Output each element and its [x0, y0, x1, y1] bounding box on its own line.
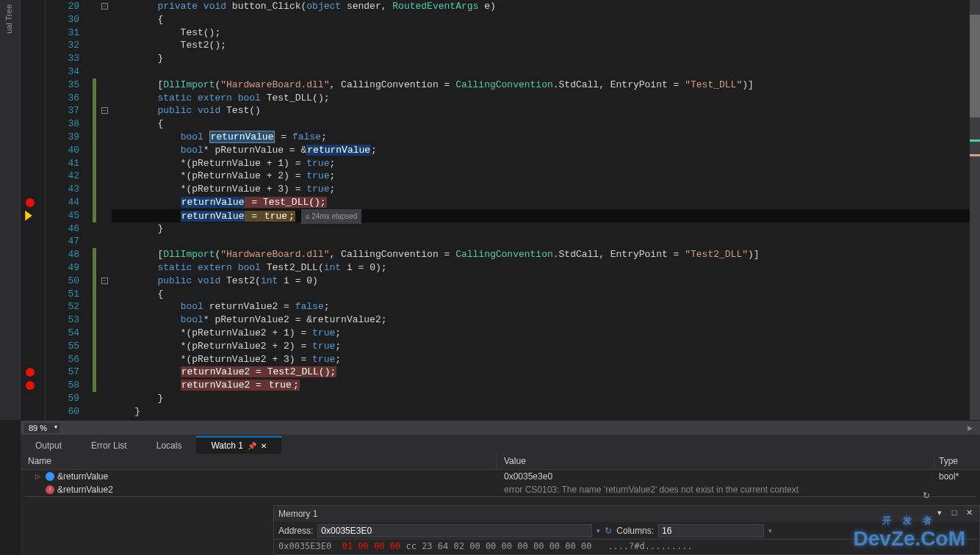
watch-value: 0x0035e3e0	[497, 471, 934, 482]
tab-output[interactable]: Output	[21, 438, 76, 454]
scroll-marker	[970, 154, 980, 156]
perf-tip[interactable]: ≤ 24ms elapsed	[301, 209, 362, 224]
reload-icon[interactable]: ↻	[605, 526, 612, 536]
variable-icon	[46, 472, 54, 481]
code-line[interactable]: {	[112, 117, 163, 131]
line-number-column: 29 30 31 32 33 34 35 36 37 38 39 40 41 4…	[46, 0, 93, 420]
memory-toolbar: Address: ▾ ↻ Columns: ▾	[274, 522, 979, 540]
code-line[interactable]: [DllImport("HardwareBoard.dll", CallingC…	[112, 248, 760, 261]
code-line[interactable]: Test();	[112, 26, 220, 40]
code-editor[interactable]: 29 30 31 32 33 34 35 36 37 38 39 40 41 4…	[21, 0, 980, 420]
watch-header-row: Name Value Type	[21, 454, 980, 470]
code-line[interactable]: *(pReturnValue2 + 2) = true;	[112, 340, 341, 353]
breakpoint-marker[interactable]	[26, 198, 35, 207]
breakpoint-marker[interactable]	[26, 368, 35, 377]
watch-header-name[interactable]: Name	[21, 454, 497, 469]
code-line[interactable]: returnValue2 = Test2_DLL();	[112, 366, 336, 379]
pin-icon[interactable]: 📌	[248, 442, 256, 450]
watch-header-type[interactable]: Type	[934, 454, 980, 469]
code-line[interactable]: *(pReturnValue + 1) = true;	[112, 157, 335, 170]
modified-line-marker	[93, 248, 96, 392]
expand-icon[interactable]: ▷	[35, 473, 43, 480]
error-icon: !	[46, 485, 54, 494]
fold-toggle-icon[interactable]: −	[101, 107, 108, 114]
code-line[interactable]: static extern bool Test2_DLL(int i = 0);	[112, 261, 387, 275]
columns-label: Columns:	[616, 526, 654, 536]
code-line[interactable]: {	[112, 288, 163, 301]
tab-watch-1[interactable]: Watch 1📌✕	[196, 436, 281, 454]
close-icon[interactable]: ✕	[963, 508, 975, 520]
memory-panel: Memory 1 ▾ □ ✕ Address: ▾ ↻ Columns: ▾ 0…	[273, 505, 980, 555]
code-line[interactable]: }	[112, 392, 163, 405]
maximize-icon[interactable]: □	[948, 508, 960, 520]
scroll-right-icon[interactable]: ▶	[968, 424, 980, 432]
breakpoint-marker[interactable]	[26, 381, 35, 390]
tab-locals[interactable]: Locals	[142, 438, 197, 454]
code-line[interactable]: }	[112, 52, 163, 65]
scroll-marker	[970, 139, 980, 142]
code-content[interactable]: private void button_Click(object sender,…	[112, 0, 970, 420]
current-line-arrow-icon	[25, 211, 35, 221]
code-line[interactable]: *(pReturnValue + 2) = true;	[112, 170, 335, 183]
watch-value: error CS0103: The name 'returnValue2' do…	[497, 485, 934, 495]
code-line[interactable]: public void Test2(int i = 0)	[112, 275, 318, 288]
code-line[interactable]: bool* pReturnValue = &returnValue;	[112, 144, 377, 157]
watch-header-value[interactable]: Value	[497, 454, 934, 469]
code-line[interactable]: *(pReturnValue2 + 1) = true;	[112, 327, 341, 340]
code-line[interactable]: public void Test()	[112, 104, 261, 117]
address-dropdown-icon[interactable]: ▾	[597, 527, 600, 534]
tab-error-list[interactable]: Error List	[76, 438, 142, 454]
code-folding-column[interactable]: −−−	[100, 0, 110, 420]
bottom-panel-tabs: OutputError ListLocalsWatch 1📌✕	[21, 435, 980, 454]
close-tab-icon[interactable]: ✕	[261, 442, 267, 450]
code-line[interactable]: {	[112, 13, 163, 26]
code-line[interactable]: bool returnValue = false;	[112, 131, 327, 144]
zoom-combo[interactable]: 89 %	[24, 422, 61, 434]
code-line[interactable]: }	[112, 405, 140, 418]
watch-row[interactable]: ▷&returnValue0x0035e3e0bool*	[21, 470, 980, 483]
watch-row[interactable]: !&returnValue2error CS0103: The name 're…	[21, 483, 980, 496]
code-line[interactable]: *(pReturnValue2 + 3) = true;	[112, 353, 341, 366]
live-visual-tree-panel[interactable]: ual Tree	[0, 0, 21, 420]
code-line[interactable]: static extern bool Test_DLL();	[112, 92, 330, 105]
memory-panel-title: Memory 1	[278, 509, 317, 519]
memory-address-input[interactable]	[317, 524, 592, 537]
scrollbar-thumb[interactable]	[970, 15, 980, 117]
memory-title-bar: Memory 1 ▾ □ ✕	[274, 506, 979, 522]
watch-type: bool*	[934, 471, 980, 482]
memory-hex-view[interactable]: 0x0035E3E0 01 00 00 00 cc 23 64 02 00 00…	[274, 540, 979, 553]
side-panel-label: ual Tree	[4, 4, 13, 34]
address-label: Address:	[278, 526, 313, 536]
window-dropdown-icon[interactable]: ▾	[934, 508, 945, 520]
code-line[interactable]: [DllImport("HardwareBoard.dll", CallingC…	[112, 79, 754, 92]
code-line[interactable]: Test2();	[112, 39, 226, 52]
breakpoint-gutter[interactable]	[21, 0, 46, 420]
fold-toggle-icon[interactable]: −	[101, 278, 108, 284]
modified-line-marker	[93, 79, 96, 222]
code-line[interactable]: *(pReturnValue + 3) = true;	[112, 183, 335, 196]
code-line[interactable]: returnValue2 = true;	[112, 379, 300, 392]
code-line[interactable]: bool returnValue2 = false;	[112, 300, 330, 313]
memory-columns-input[interactable]	[658, 524, 764, 537]
code-line[interactable]: bool* pReturnValue2 = &returnValue2;	[112, 313, 386, 327]
code-line[interactable]: private void button_Click(object sender,…	[112, 0, 496, 13]
vertical-scrollbar[interactable]	[970, 0, 980, 420]
watch-name: &returnValue	[57, 471, 108, 482]
editor-zoom-bar: 89 % ▶	[21, 420, 980, 435]
refresh-icon[interactable]: ↻	[923, 490, 930, 501]
watch-name: &returnValue2	[57, 485, 113, 495]
fold-toggle-icon[interactable]: −	[101, 3, 108, 10]
code-line[interactable]: }	[112, 222, 163, 236]
code-line[interactable]: returnValue = Test_DLL();	[112, 196, 327, 209]
modified-indicator-bar	[93, 0, 96, 420]
columns-dropdown-icon[interactable]: ▾	[768, 527, 772, 534]
